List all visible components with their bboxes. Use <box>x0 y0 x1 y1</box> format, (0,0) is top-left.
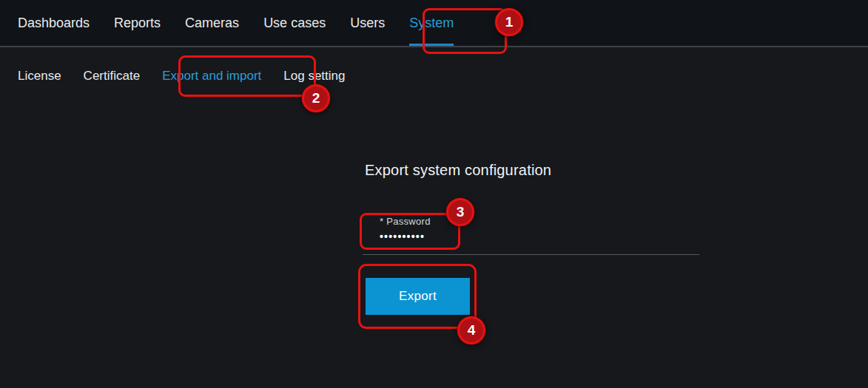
tab-users[interactable]: Users <box>350 0 385 46</box>
subtab-license[interactable]: License <box>18 69 61 84</box>
tab-system[interactable]: System <box>409 0 454 46</box>
tab-dashboards[interactable]: Dashboards <box>18 0 90 46</box>
password-input[interactable]: * Password •••••••••• <box>363 209 699 255</box>
export-button[interactable]: Export <box>366 278 470 315</box>
page-title: Export system configuration <box>365 162 551 179</box>
subtab-certificate[interactable]: Certificate <box>84 69 141 84</box>
tab-use-cases[interactable]: Use cases <box>263 0 326 46</box>
annotation-badge-4: 4 <box>457 316 485 344</box>
top-navigation-bar: Dashboards Reports Cameras Use cases Use… <box>0 0 868 47</box>
system-sub-navigation: License Certificate Export and import Lo… <box>0 49 868 103</box>
app-window: Dashboards Reports Cameras Use cases Use… <box>0 0 868 388</box>
subtab-export-and-import[interactable]: Export and import <box>162 69 261 84</box>
tab-reports[interactable]: Reports <box>114 0 161 46</box>
password-masked-value: •••••••••• <box>380 231 425 242</box>
password-label: * Password <box>380 216 431 227</box>
subtab-log-setting[interactable]: Log setting <box>283 69 345 84</box>
tab-cameras[interactable]: Cameras <box>185 0 239 46</box>
